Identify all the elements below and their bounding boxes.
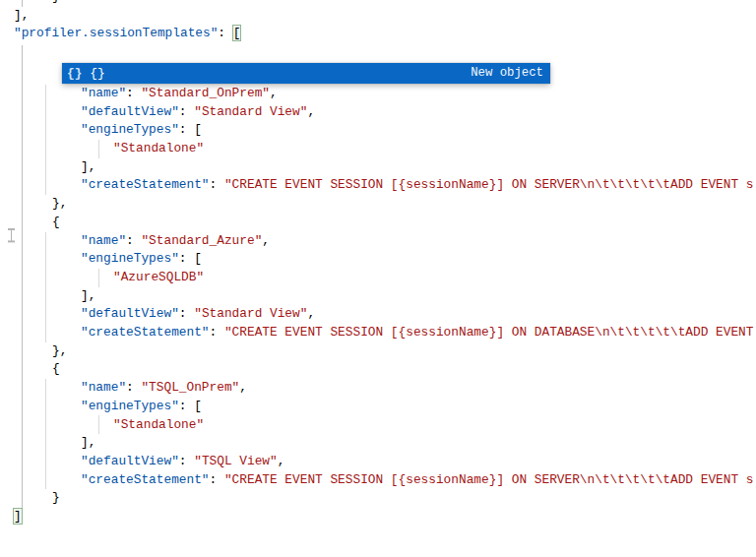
json-key: "engineTypes" — [81, 399, 179, 413]
json-punctuation: : [ — [179, 399, 202, 413]
json-key: "createStatement" — [81, 177, 210, 192]
json-punctuation: : — [179, 104, 194, 119]
code-line[interactable]: "defaultView": "Standard View", — [81, 305, 315, 324]
code-line[interactable]: ], — [81, 287, 95, 306]
indent-guide — [98, 269, 99, 287]
json-string: "Standard View" — [194, 306, 307, 321]
json-string: "CREATE EVENT SESSION [{sessionName}] ON… — [224, 177, 754, 192]
code-line[interactable]: "Standalone" — [113, 140, 204, 158]
json-punctuation: , — [307, 306, 315, 321]
code-line[interactable]: "createStatement": "CREATE EVENT SESSION… — [81, 176, 753, 195]
indent-guide — [45, 379, 46, 489]
code-line[interactable]: "engineTypes": [ — [81, 398, 202, 416]
json-punctuation: ], — [81, 288, 95, 303]
suggest-label: {} — [90, 63, 471, 85]
code-editor[interactable]: }],"profiler.sessionTemplates": ["name":… — [0, 0, 756, 557]
code-line[interactable]: }, — [52, 195, 67, 214]
json-punctuation: : — [210, 325, 224, 340]
json-punctuation: : — [210, 177, 224, 192]
json-string: "Standard_OnPrem" — [141, 86, 270, 100]
json-key: "name" — [81, 380, 126, 395]
matched-bracket: ] — [14, 509, 22, 524]
json-key: "engineTypes" — [81, 122, 179, 137]
json-string: "TSQL_OnPrem" — [141, 380, 239, 395]
code-line[interactable]: ], — [14, 7, 29, 26]
json-string: "CREATE EVENT SESSION [{sessionName}] ON… — [224, 325, 754, 340]
json-string: "TSQL View" — [194, 454, 277, 468]
code-line[interactable]: "engineTypes": [ — [81, 121, 202, 140]
code-line[interactable]: "engineTypes": [ — [81, 250, 202, 269]
text-cursor-icon — [7, 228, 16, 242]
suggest-widget[interactable]: {} {} New object — [62, 63, 550, 85]
json-punctuation: : — [179, 454, 194, 468]
json-punctuation: : [ — [179, 122, 202, 137]
indent-guide — [45, 85, 46, 195]
json-key: "defaultView" — [81, 306, 179, 321]
json-key: "defaultView" — [81, 104, 179, 119]
code-line[interactable]: "name": "Standard_Azure", — [81, 232, 270, 251]
json-punctuation: } — [52, 0, 60, 4]
code-line[interactable]: }, — [52, 342, 67, 361]
json-punctuation: ], — [14, 8, 29, 23]
json-punctuation: , — [278, 454, 285, 468]
json-punctuation: , — [239, 380, 247, 395]
json-string: "AzureSQLDB" — [113, 270, 204, 284]
code-line[interactable]: "profiler.sessionTemplates": [ — [14, 25, 240, 43]
json-punctuation: : — [126, 233, 141, 248]
code-line[interactable]: "createStatement": "CREATE EVENT SESSION… — [81, 471, 753, 490]
json-punctuation: , — [262, 233, 270, 248]
suggest-detail: New object — [471, 63, 543, 85]
json-key: "engineTypes" — [81, 251, 179, 266]
code-line[interactable]: ] — [14, 508, 22, 526]
json-key: "createStatement" — [81, 325, 210, 340]
json-punctuation: ], — [81, 435, 95, 450]
code-line[interactable]: { — [52, 214, 60, 232]
json-string: "Standalone" — [113, 417, 204, 432]
json-key: "createStatement" — [81, 472, 210, 487]
indent-guide — [45, 232, 46, 342]
json-punctuation: : — [218, 26, 232, 40]
code-line[interactable]: } — [52, 0, 60, 7]
code-line[interactable]: "defaultView": "TSQL View", — [81, 453, 284, 471]
json-key: "name" — [81, 233, 126, 248]
json-punctuation: : — [179, 306, 194, 321]
json-punctuation: : [ — [179, 251, 202, 266]
code-line[interactable]: "AzureSQLDB" — [113, 269, 204, 287]
code-line[interactable]: { — [52, 360, 60, 379]
json-punctuation: } — [52, 490, 60, 505]
json-punctuation: { — [52, 215, 60, 229]
json-punctuation: }, — [52, 196, 67, 211]
json-string: "CREATE EVENT SESSION [{sessionName}] ON… — [224, 472, 754, 487]
code-line[interactable]: } — [52, 489, 60, 508]
json-punctuation: , — [307, 104, 315, 119]
indent-guide — [22, 45, 23, 508]
json-punctuation: : — [126, 380, 141, 395]
json-punctuation: , — [270, 86, 278, 100]
json-punctuation: { — [52, 361, 60, 376]
json-punctuation: : — [126, 86, 141, 100]
code-line[interactable]: "name": "Standard_OnPrem", — [81, 85, 278, 103]
json-key: "profiler.sessionTemplates" — [14, 26, 218, 40]
indent-guide — [98, 140, 99, 158]
matched-bracket: [ — [233, 26, 241, 40]
indent-guide — [98, 415, 99, 434]
code-line[interactable]: ], — [81, 434, 95, 453]
json-key: "defaultView" — [81, 454, 179, 468]
json-string: "Standalone" — [113, 141, 204, 155]
json-punctuation: }, — [52, 343, 67, 358]
code-line[interactable]: "defaultView": "Standard View", — [81, 103, 315, 122]
json-string: "Standard View" — [194, 104, 307, 119]
object-icon: {} — [67, 63, 82, 85]
code-line[interactable]: ], — [81, 158, 95, 177]
json-punctuation: ], — [81, 159, 95, 174]
json-string: "Standard_Azure" — [141, 233, 262, 248]
json-key: "name" — [81, 86, 126, 100]
json-punctuation: : — [210, 472, 224, 487]
code-line[interactable]: "createStatement": "CREATE EVENT SESSION… — [81, 324, 753, 342]
code-line[interactable]: "name": "TSQL_OnPrem", — [81, 379, 247, 398]
code-line[interactable]: "Standalone" — [113, 416, 204, 435]
